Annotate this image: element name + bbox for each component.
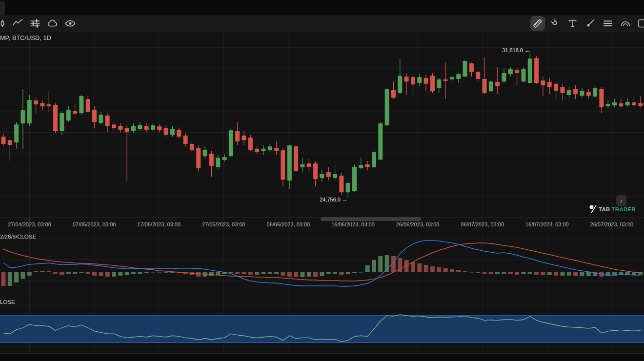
panel-icon[interactable]	[636, 16, 644, 31]
rsi-indicator-label[interactable]: LOSE	[0, 299, 15, 305]
axis-date-label: 17/05/2023, 03:00	[137, 221, 181, 227]
cloud-icon[interactable]	[45, 16, 60, 31]
magnet-icon[interactable]	[548, 16, 563, 31]
bottom-bar	[0, 354, 644, 361]
ruler-icon[interactable]	[530, 16, 545, 31]
expand-right-button[interactable]: ›	[616, 195, 626, 206]
trading-chart-screen: MP, BTC/USD, 1D 31,818.0 → 24,756.0 → 2/…	[0, 0, 644, 361]
axis-date-label: 16/06/2023, 03:00	[331, 221, 375, 227]
axis-date-label: 07/05/2023, 03:00	[73, 221, 116, 227]
time-axis[interactable]: 27/04/2023, 03:0007/05/2023, 03:0017/05/…	[0, 221, 644, 228]
toolbar-right-group	[530, 16, 644, 31]
axis-date-label: 06/07/2023, 03:00	[461, 221, 504, 227]
rsi-band	[0, 316, 644, 342]
toolbar-left-group	[0, 16, 78, 31]
axis-date-label: 27/04/2023, 03:00	[8, 221, 51, 227]
macd-lines	[3, 241, 641, 286]
chevron-right-icon: ›	[620, 197, 622, 204]
top-system-bar	[0, 0, 644, 15]
tabtrader-watermark: TABTRADER	[589, 205, 636, 213]
trend-line-icon[interactable]	[10, 16, 25, 31]
axis-date-label: 26/07/2023, 03:00	[590, 221, 634, 227]
axis-date-label: 27/05/2023, 03:00	[202, 221, 245, 227]
macd-indicator-label[interactable]: 2/26/9/CLOSE	[0, 234, 36, 240]
window-tab-remnant[interactable]	[0, 1, 5, 15]
indicator-settings-icon[interactable]	[28, 16, 42, 31]
axis-date-label: 16/07/2023, 03:00	[525, 221, 569, 227]
arc-tool-icon[interactable]	[618, 16, 633, 31]
chart-toolbar	[0, 15, 644, 32]
axis-date-label: 06/06/2023, 03:00	[267, 221, 310, 227]
tabtrader-logo-icon	[589, 205, 597, 213]
candlestick-interval-icon[interactable]	[0, 16, 7, 31]
horizontal-scrollbar-thumb[interactable]	[321, 217, 421, 221]
watermark-tab-text: TAB	[599, 206, 610, 212]
chart-canvas[interactable]	[0, 0, 644, 361]
brush-tool-icon[interactable]	[583, 16, 598, 31]
axis-date-label: 26/06/2023, 03:00	[396, 221, 440, 227]
watermark-trader-text: TRADER	[612, 206, 636, 212]
visibility-icon[interactable]	[63, 16, 78, 31]
macd-histogram	[1, 255, 643, 286]
menu-icon[interactable]	[601, 16, 615, 31]
grid-layer	[0, 32, 644, 354]
text-tool-icon[interactable]	[565, 16, 580, 31]
symbol-label[interactable]: MP, BTC/USD, 1D	[0, 35, 51, 41]
candlestick-series	[1, 50, 643, 198]
high-price-annotation: 31,818.0 →	[483, 47, 530, 53]
low-price-annotation: 24,756.0 →	[301, 197, 347, 202]
